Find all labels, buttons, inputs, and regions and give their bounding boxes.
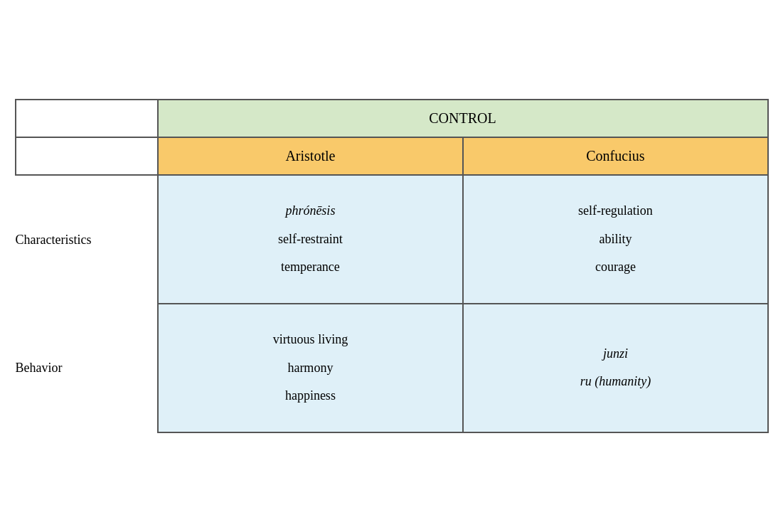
- characteristics-confucius-cell: self-regulation ability courage: [463, 175, 767, 304]
- ru-item: ru (humanity): [478, 368, 752, 396]
- ability-text: ability: [599, 232, 632, 246]
- temperance-item: temperance: [173, 253, 449, 282]
- phronesis-text: phrónēsis: [285, 203, 335, 218]
- self-restraint-item: self-restraint: [173, 225, 449, 254]
- behavior-row: Behavior virtuous living harmony happine…: [16, 304, 768, 432]
- behavior-label: Behavior: [16, 304, 158, 432]
- comparison-table: CONTROL Aristotle Confucius Characterist…: [15, 99, 769, 433]
- happiness-text: happiness: [285, 388, 336, 403]
- behavior-aristotle-cell: virtuous living harmony happiness: [158, 304, 464, 432]
- virtuous-living-text: virtuous living: [273, 332, 348, 346]
- phronesis-item: phrónēsis: [173, 197, 449, 225]
- confucius-header: Confucius: [463, 137, 767, 175]
- ru-text: ru (humanity): [580, 374, 651, 388]
- self-regulation-text: self-regulation: [578, 203, 653, 218]
- behavior-confucius-cell: junzi ru (humanity): [463, 304, 767, 432]
- empty-subheader-left: [16, 137, 158, 175]
- characteristics-aristotle-cell: phrónēsis self-restraint temperance: [158, 175, 464, 304]
- junzi-text: junzi: [603, 346, 628, 361]
- courage-text: courage: [595, 260, 636, 274]
- harmony-item: harmony: [173, 354, 449, 383]
- control-header-cell: CONTROL: [158, 100, 768, 137]
- self-restraint-text: self-restraint: [278, 232, 343, 246]
- junzi-item: junzi: [478, 340, 752, 368]
- temperance-text: temperance: [281, 260, 340, 274]
- harmony-text: harmony: [287, 361, 333, 375]
- virtuous-living-item: virtuous living: [173, 326, 449, 354]
- empty-top-left: [16, 100, 158, 137]
- subheader-row: Aristotle Confucius: [16, 137, 768, 175]
- control-header-row: CONTROL: [16, 100, 768, 137]
- aristotle-header: Aristotle: [158, 137, 464, 175]
- happiness-item: happiness: [173, 382, 449, 410]
- self-regulation-item: self-regulation: [478, 197, 752, 225]
- courage-item: courage: [478, 253, 752, 282]
- characteristics-row: Characteristics phrónēsis self-restraint…: [16, 175, 768, 304]
- ability-item: ability: [478, 225, 752, 254]
- characteristics-label: Characteristics: [16, 175, 158, 304]
